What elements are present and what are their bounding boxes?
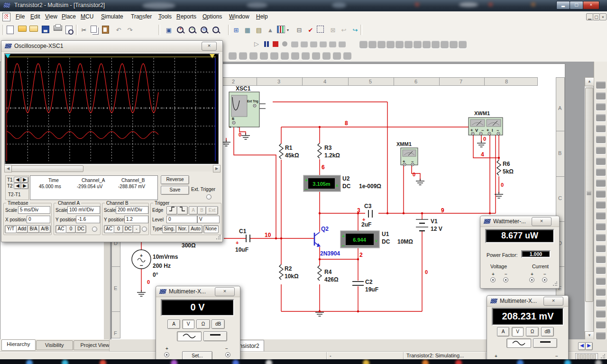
- instrument-icon[interactable]: [596, 267, 606, 274]
- menu-place[interactable]: Place: [60, 13, 77, 20]
- instrument-icon[interactable]: [596, 245, 606, 252]
- instrument-icon[interactable]: [596, 332, 606, 339]
- run-to-cursor-icon[interactable]: [320, 41, 327, 47]
- oscilloscope-title-bar[interactable]: Oscilloscope-XSC1 ×: [1, 41, 222, 52]
- stop-simulation-icon[interactable]: [273, 41, 278, 47]
- channel-b-minus-button[interactable]: -: [133, 225, 140, 233]
- taskbar-app-icon[interactable]: [363, 360, 369, 364]
- trigger-auto-button[interactable]: Auto: [189, 225, 202, 233]
- plus-terminal[interactable]: [164, 352, 169, 357]
- instrument-icon[interactable]: [596, 289, 606, 296]
- trigger-ext-button[interactable]: Ext: [206, 206, 218, 215]
- instrument-icon[interactable]: [596, 256, 606, 263]
- channel-a-zero-button[interactable]: 0: [66, 225, 76, 233]
- panel-tab-hierarchy[interactable]: Hierarchy: [1, 339, 36, 351]
- current-minus-terminal[interactable]: [542, 277, 547, 282]
- instrument-icon[interactable]: [596, 191, 606, 198]
- channel-a-ac-button[interactable]: AC: [55, 225, 66, 233]
- print-preview-icon[interactable]: [65, 26, 73, 34]
- channel-a-scale-input[interactable]: 100 mV/Div: [67, 206, 100, 214]
- toolbar-button-placeholder[interactable]: [312, 52, 320, 60]
- toolbar-button-placeholder[interactable]: [395, 41, 404, 48]
- toolbar-button-placeholder[interactable]: [414, 41, 422, 48]
- zoom-area-icon[interactable]: ▭: [200, 26, 212, 35]
- save-button[interactable]: Save: [161, 186, 189, 195]
- resistor[interactable]: [318, 265, 322, 281]
- print-icon[interactable]: [54, 26, 62, 31]
- open-folder-icon[interactable]: [18, 26, 27, 32]
- zoom-out-icon[interactable]: −: [188, 26, 200, 35]
- scroll-left-icon[interactable]: ◀: [4, 165, 12, 173]
- scroll-right-icon[interactable]: ▶: [213, 165, 221, 173]
- grapher-dropdown-icon[interactable]: ▼: [285, 26, 290, 35]
- trigger-normal-button[interactable]: Nor.: [176, 225, 189, 233]
- toolbar-button-placeholder[interactable]: [229, 52, 237, 60]
- instrument-icon[interactable]: [596, 136, 606, 143]
- open-design-icon[interactable]: [29, 26, 38, 32]
- taskbar-app-icon[interactable]: [595, 360, 602, 364]
- pause-simulation-icon[interactable]: [264, 41, 266, 47]
- vertical-scrollbar[interactable]: ▲ ▼: [585, 77, 593, 339]
- channel-b-y-input[interactable]: 1.2: [124, 216, 148, 223]
- ab-mode-button[interactable]: A/B: [39, 225, 51, 233]
- windows-taskbar[interactable]: [0, 359, 607, 364]
- t1-left-icon[interactable]: ◀: [14, 177, 21, 183]
- wattmeter-close-icon[interactable]: ×: [532, 217, 552, 226]
- toolbar-button-placeholder[interactable]: [450, 41, 458, 48]
- menu-simulate[interactable]: Simulate: [100, 13, 125, 20]
- ext-trigger-radio[interactable]: [206, 194, 212, 200]
- taskbar-app-icon[interactable]: [422, 360, 429, 364]
- toolbar-button-placeholder[interactable]: [333, 52, 341, 60]
- analysis-icon[interactable]: ▲: [266, 26, 275, 35]
- trigger-none-button[interactable]: None: [203, 225, 219, 233]
- ac-mode-icon[interactable]: [177, 331, 202, 341]
- wattmeter-title-bar[interactable]: Wattmeter-... ×: [480, 216, 559, 227]
- scope-hscrollbar[interactable]: ◀ ▶: [4, 165, 220, 172]
- channel-b-radio[interactable]: [142, 227, 147, 232]
- toolbar-button-placeholder[interactable]: [432, 41, 440, 48]
- region-select-icon[interactable]: [317, 26, 324, 33]
- menu-edit[interactable]: Edit: [29, 13, 42, 20]
- instrument-icon[interactable]: [596, 169, 606, 176]
- ampere-button[interactable]: A: [497, 327, 509, 337]
- menu-file[interactable]: File: [14, 13, 26, 20]
- dc-mode-icon[interactable]: [203, 331, 227, 341]
- panel-tab-visibility[interactable]: Visibility: [36, 340, 73, 350]
- minimize-button[interactable]: ▂: [556, 1, 570, 9]
- channel-b-dc-button[interactable]: DC: [123, 225, 133, 233]
- multimeter2-window[interactable]: Multimeter-X... × 208.231 mV A V Ω dB + …: [487, 295, 569, 364]
- redo-icon[interactable]: ↷: [125, 26, 135, 35]
- channel-b-zero-button[interactable]: 0: [114, 225, 123, 233]
- current-plus-terminal[interactable]: [529, 277, 534, 282]
- prev-sheet-icon[interactable]: ◀: [578, 342, 586, 350]
- mdi-close-button[interactable]: ×: [599, 13, 607, 20]
- channel-b-scale-input[interactable]: 200 mV/Div: [116, 206, 148, 214]
- resistor[interactable]: [318, 143, 322, 158]
- resistor[interactable]: [497, 160, 501, 175]
- cut-icon[interactable]: ✂: [79, 26, 89, 35]
- wattmeter-window[interactable]: Wattmeter-... × 8.677 uW Power Factor: 1…: [480, 216, 560, 289]
- timebase-scale-input[interactable]: 5 ms/Div: [18, 206, 50, 214]
- db-button[interactable]: dB: [212, 319, 225, 329]
- menu-view[interactable]: View: [44, 13, 59, 20]
- ohm-button[interactable]: Ω: [526, 327, 539, 337]
- resize-grip[interactable]: [552, 282, 557, 286]
- oscilloscope-close-icon[interactable]: ×: [202, 42, 217, 51]
- design-toolbox-icon[interactable]: ⊞: [231, 26, 241, 35]
- toolbar-button-placeholder[interactable]: [322, 52, 331, 60]
- toolbar-button-placeholder[interactable]: [423, 41, 431, 48]
- toolbar-button-placeholder[interactable]: [281, 52, 289, 60]
- taskbar-app-icon[interactable]: [171, 360, 177, 364]
- scroll-up-icon[interactable]: ▲: [585, 77, 594, 86]
- toolbar-button-placeholder[interactable]: [343, 52, 351, 60]
- menu-reports[interactable]: Reports: [175, 13, 198, 20]
- mdi-minimize-button[interactable]: ▁: [586, 13, 593, 20]
- taskbar-app-icon[interactable]: [26, 360, 33, 364]
- toolbar-button-placeholder[interactable]: [302, 52, 310, 60]
- t2-left-icon[interactable]: ◀: [14, 183, 21, 189]
- reverse-button[interactable]: Reverse: [161, 175, 189, 184]
- instrument-icon[interactable]: [596, 92, 606, 100]
- instrument-icon[interactable]: [596, 125, 606, 132]
- taskbar-app-icon[interactable]: [232, 360, 239, 364]
- instrument-icon[interactable]: [596, 278, 606, 285]
